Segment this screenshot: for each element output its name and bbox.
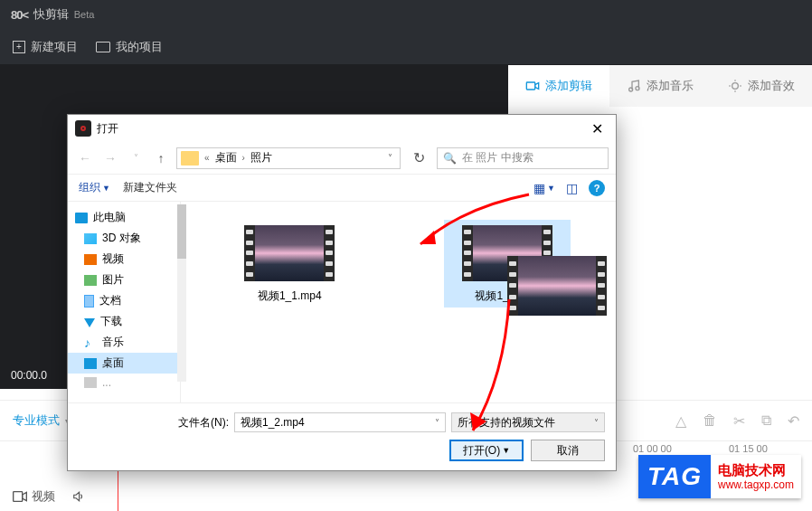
mode-right-icons: △ 🗑 ✂ ⧉ ↶ — [675, 412, 799, 430]
speaker-icon[interactable] — [71, 490, 86, 503]
filename-input[interactable]: 视频1_2.mp4 ˅ — [234, 412, 446, 432]
tree-3d-objects[interactable]: 3D 对象 — [68, 228, 180, 249]
track-header: 视频 — [13, 488, 86, 505]
music-icon — [627, 79, 641, 93]
watermark-line1: 电脑技术网 — [718, 462, 794, 478]
watermark-text: 电脑技术网 www.tagxp.com — [711, 455, 801, 498]
file-name-1: 视频1_1.mp4 — [230, 289, 349, 304]
tree-this-pc[interactable]: 此电脑 — [68, 207, 180, 228]
view-menu[interactable]: ▦ ▼ — [533, 181, 555, 195]
nav-tree: 此电脑 3D 对象 视频 图片 文档 下载 ♪音乐 桌面 ... — [68, 202, 181, 402]
chevron-down-icon[interactable]: ˅ — [435, 418, 439, 428]
my-projects-button[interactable]: 我的项目 — [96, 39, 163, 55]
folder-icon — [96, 42, 110, 52]
cut-icon[interactable]: ✂ — [733, 412, 745, 430]
nav-up-icon[interactable]: ↑ — [151, 151, 171, 166]
svg-point-3 — [732, 83, 739, 90]
tree-music[interactable]: ♪音乐 — [68, 332, 180, 353]
dialog-nav: ← → ˅ ↑ « 桌面 › 照片 ˅ ↻ 🔍 在 照片 中搜索 — [68, 142, 616, 175]
video-thumbnail — [507, 256, 607, 316]
filetype-select[interactable]: 所有支持的视频文件 ˅ — [451, 412, 605, 432]
search-input[interactable]: 🔍 在 照片 中搜索 — [437, 147, 609, 169]
tab-add-sfx[interactable]: 添加音效 — [711, 65, 812, 107]
preview-header-dark — [0, 65, 508, 107]
tree-videos[interactable]: 视频 — [68, 249, 180, 270]
preview-pane-icon[interactable]: ◫ — [566, 181, 578, 195]
app-logo: 80< — [11, 8, 28, 22]
search-icon: 🔍 — [443, 152, 457, 165]
bell-icon[interactable]: △ — [675, 412, 686, 430]
tab-add-sfx-label: 添加音效 — [748, 78, 795, 94]
watermark: TAG 电脑技术网 www.tagxp.com — [638, 455, 801, 498]
tab-add-clip[interactable]: 添加剪辑 — [508, 65, 609, 107]
my-projects-label: 我的项目 — [116, 39, 163, 55]
open-button[interactable]: 打开(O) ▼ — [449, 440, 524, 461]
camera-icon — [13, 491, 27, 502]
pro-mode-toggle[interactable]: 专业模式 ▾ — [13, 412, 70, 429]
path-dropdown-icon[interactable]: ˅ — [381, 153, 400, 163]
chevron-down-icon[interactable]: ˅ — [126, 153, 146, 163]
watermark-tag: TAG — [638, 455, 711, 498]
filetype-value: 所有支持的视频文件 — [458, 415, 555, 431]
tab-add-music-label: 添加音乐 — [647, 78, 694, 94]
scrollbar-thumb[interactable] — [177, 204, 186, 259]
svg-point-2 — [636, 87, 639, 90]
undo-icon[interactable]: ↶ — [788, 412, 799, 430]
cancel-button[interactable]: 取消 — [531, 440, 605, 461]
watermark-line2: www.tagxp.com — [718, 478, 794, 491]
dialog-body: 此电脑 3D 对象 视频 图片 文档 下载 ♪音乐 桌面 ... 视频1_1.m… — [68, 202, 616, 402]
preview-thumbnail — [507, 256, 607, 323]
right-tabs: 添加剪辑 添加音乐 添加音效 — [508, 65, 812, 107]
app-beta: Beta — [74, 9, 95, 20]
help-icon[interactable]: ? — [589, 180, 605, 196]
file-list: 视频1_1.mp4 视频1_2.mp4 — [181, 202, 616, 402]
sfx-icon — [728, 79, 742, 93]
folder-icon — [181, 151, 199, 166]
trash-icon[interactable]: 🗑 — [703, 412, 717, 430]
timecode: 00:00.0 — [11, 369, 47, 382]
copy-icon[interactable]: ⧉ — [761, 412, 771, 430]
breadcrumb-desktop[interactable]: 桌面 — [212, 150, 241, 166]
breadcrumb-photos[interactable]: 照片 — [247, 150, 276, 166]
svg-rect-0 — [526, 82, 534, 90]
dialog-footer: 文件名(N): 视频1_2.mp4 ˅ 所有支持的视频文件 ˅ 打开(O) ▼ … — [68, 402, 616, 470]
video-icon — [525, 79, 540, 93]
nav-back-icon[interactable]: ← — [75, 151, 95, 166]
main-toolbar: + 新建项目 我的项目 — [0, 29, 812, 65]
sub-row: 添加剪辑 添加音乐 添加音效 — [0, 65, 812, 107]
tree-pictures[interactable]: 图片 — [68, 270, 180, 290]
filename-value: 视频1_2.mp4 — [241, 415, 305, 431]
chevron-down-icon: ˅ — [594, 418, 599, 428]
organize-menu[interactable]: 组织 ▼ — [79, 180, 110, 195]
file-item-1[interactable]: 视频1_1.mp4 — [226, 220, 353, 308]
plus-icon: + — [13, 41, 25, 53]
file-open-dialog: 打开 ✕ ← → ˅ ↑ « 桌面 › 照片 ˅ ↻ 🔍 在 照片 中搜索 组织… — [67, 114, 617, 471]
tab-add-music[interactable]: 添加音乐 — [609, 65, 711, 107]
dialog-titlebar: 打开 ✕ — [68, 115, 616, 142]
tree-downloads[interactable]: 下载 — [68, 311, 180, 332]
dialog-command-bar: 组织 ▼ 新建文件夹 ▦ ▼ ◫ ? — [68, 175, 616, 202]
tree-more[interactable]: ... — [68, 374, 180, 392]
refresh-icon[interactable]: ↻ — [406, 149, 431, 166]
pro-mode-label: 专业模式 — [13, 412, 60, 429]
new-project-label: 新建项目 — [31, 39, 78, 55]
titlebar: 80< 快剪辑 Beta — [0, 0, 812, 29]
new-folder-button[interactable]: 新建文件夹 — [123, 180, 177, 195]
tree-desktop[interactable]: 桌面 — [68, 353, 180, 374]
tab-add-clip-label: 添加剪辑 — [545, 78, 592, 94]
close-button[interactable]: ✕ — [586, 120, 609, 137]
svg-point-1 — [629, 88, 633, 91]
nav-forward-icon: → — [100, 151, 120, 166]
new-project-button[interactable]: + 新建项目 — [13, 39, 78, 55]
filename-label: 文件名(N): — [178, 415, 229, 431]
search-placeholder: 在 照片 中搜索 — [462, 150, 533, 166]
video-track-label: 视频 — [13, 488, 55, 505]
app-name: 快剪辑 — [33, 6, 69, 23]
chevron-right-icon: › — [241, 153, 247, 163]
tree-documents[interactable]: 文档 — [68, 290, 180, 311]
dialog-app-icon — [75, 120, 91, 137]
video-thumbnail — [244, 225, 335, 281]
tree-scrollbar[interactable] — [177, 204, 186, 382]
video-track-text: 视频 — [32, 488, 55, 505]
breadcrumb[interactable]: « 桌面 › 照片 ˅ — [176, 147, 401, 169]
